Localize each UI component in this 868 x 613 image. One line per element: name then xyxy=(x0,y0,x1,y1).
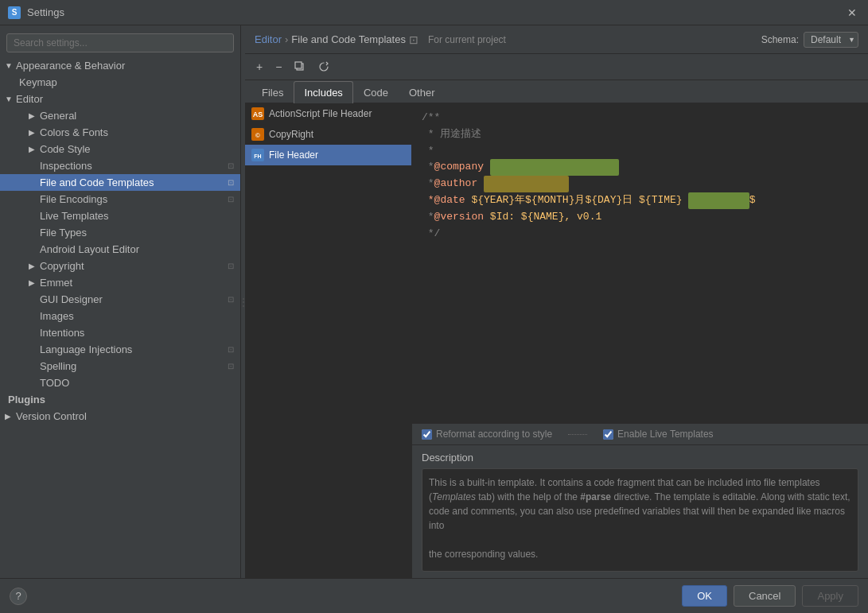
sidebar-item-file-encodings[interactable]: File Encodings ⊡ xyxy=(0,191,240,208)
bottom-right: OK Cancel Apply xyxy=(682,585,858,607)
tab-files[interactable]: Files xyxy=(251,81,294,103)
sidebar-item-language-injections[interactable]: Language Injections ⊡ xyxy=(0,341,240,358)
window-title: Settings xyxy=(27,6,844,18)
sidebar-item-live-templates[interactable]: Live Templates xyxy=(0,208,240,224)
cancel-button[interactable]: Cancel xyxy=(734,585,796,607)
enable-live-checkbox-label[interactable]: Enable Live Templates xyxy=(603,429,714,440)
reformat-checkbox-label[interactable]: Reformat according to style xyxy=(422,429,552,440)
code-line-company: * @company xyxy=(422,159,858,176)
schema-label: Schema: xyxy=(761,34,799,45)
sidebar-item-keymap[interactable]: Keymap xyxy=(0,74,240,91)
sidebar-splitter[interactable] xyxy=(241,25,245,578)
expand-arrow-colors xyxy=(29,128,37,137)
title-bar: S Settings ✕ xyxy=(0,0,868,25)
apply-button[interactable]: Apply xyxy=(802,585,858,607)
reset-template-button[interactable] xyxy=(313,58,334,76)
tab-code[interactable]: Code xyxy=(353,81,399,103)
reformat-checkbox[interactable] xyxy=(422,429,432,440)
sidebar-item-file-code-templates[interactable]: File and Code Templates ⊡ xyxy=(0,174,240,191)
code-line-3: * xyxy=(422,143,858,160)
inspections-badge: ⊡ xyxy=(228,161,234,170)
expand-arrow-appearance xyxy=(5,61,13,70)
code-line-1: /** xyxy=(422,110,858,126)
lang-inject-badge: ⊡ xyxy=(228,345,234,354)
for-project-icon: ⊡ xyxy=(409,33,418,46)
remove-template-button[interactable]: − xyxy=(271,57,286,76)
breadcrumb: Editor › File and Code Templates ⊡ For c… xyxy=(255,33,506,46)
expand-arrow-copyright xyxy=(29,262,37,270)
template-item-copyright[interactable]: © CopyRight xyxy=(245,124,411,145)
sidebar-item-spelling[interactable]: Spelling ⊡ xyxy=(0,358,240,374)
file-templates-badge: ⊡ xyxy=(228,178,234,187)
template-list: AS ActionScript File Header © CopyRight xyxy=(245,103,412,578)
help-button[interactable]: ? xyxy=(10,588,27,605)
sidebar-item-images[interactable]: Images xyxy=(0,308,240,324)
content-header: Editor › File and Code Templates ⊡ For c… xyxy=(245,25,868,54)
description-box: This is a built-in template. It contains… xyxy=(422,468,858,572)
sidebar-item-gui-designer[interactable]: GUI Designer ⊡ xyxy=(0,291,240,308)
schema-dropdown[interactable]: Default Project xyxy=(804,32,858,48)
enable-live-checkbox[interactable] xyxy=(603,429,613,440)
sidebar-item-version-control[interactable]: Version Control xyxy=(0,408,240,425)
code-line-date: * @date ${YEAR}年${MONTH}月${DAY}日 ${TIME}… xyxy=(422,192,858,209)
breadcrumb-editor[interactable]: Editor xyxy=(255,33,282,45)
close-button[interactable]: ✕ xyxy=(844,5,860,21)
svg-text:FH: FH xyxy=(254,153,261,159)
sidebar-item-emmet[interactable]: Emmet xyxy=(0,274,240,291)
bottom-left: ? xyxy=(10,588,27,605)
sidebar: Appearance & Behavior Keymap Editor Gene… xyxy=(0,25,241,578)
sidebar-item-colors-fonts[interactable]: Colors & Fonts xyxy=(0,124,240,141)
template-icon-copyright: © xyxy=(251,128,264,141)
spelling-badge: ⊡ xyxy=(228,362,234,371)
sidebar-item-copyright[interactable]: Copyright ⊡ xyxy=(0,258,240,274)
sidebar-item-editor[interactable]: Editor xyxy=(0,91,240,107)
file-encodings-badge: ⊡ xyxy=(228,195,234,204)
schema-area: Schema: Default Project xyxy=(761,32,858,48)
description-area: Description This is a built-in template.… xyxy=(412,444,868,578)
template-item-actionscript[interactable]: AS ActionScript File Header xyxy=(245,103,411,124)
code-line-author: * @author xyxy=(422,176,858,192)
expand-arrow-version-control xyxy=(5,412,13,421)
breadcrumb-separator: › xyxy=(285,33,288,45)
gui-badge: ⊡ xyxy=(228,295,234,304)
sidebar-item-todo[interactable]: TODO xyxy=(0,374,240,391)
template-toolbar: + − xyxy=(245,54,868,80)
sidebar-item-general[interactable]: General xyxy=(0,107,240,124)
options-separator xyxy=(568,434,587,435)
bottom-bar: ? OK Cancel Apply xyxy=(0,578,868,613)
ok-button[interactable]: OK xyxy=(682,585,727,607)
tab-includes[interactable]: Includes xyxy=(294,81,352,103)
breadcrumb-current: File and Code Templates xyxy=(291,33,406,45)
code-editor[interactable]: /** * 用途描述 * * @company xyxy=(412,103,868,423)
app-icon: S xyxy=(8,6,21,19)
tab-other[interactable]: Other xyxy=(399,81,446,103)
sidebar-item-android-layout[interactable]: Android Layout Editor xyxy=(0,241,240,258)
svg-rect-1 xyxy=(295,62,302,68)
svg-text:©: © xyxy=(255,132,260,139)
add-template-button[interactable]: + xyxy=(251,57,267,76)
template-body: AS ActionScript File Header © CopyRight xyxy=(245,103,868,578)
editor-area: /** * 用途描述 * * @company xyxy=(412,103,868,578)
copy-template-button[interactable] xyxy=(290,58,310,76)
sidebar-item-code-style[interactable]: Code Style xyxy=(0,141,240,157)
tabs-bar: Files Includes Code Other xyxy=(245,80,868,103)
sidebar-item-plugins[interactable]: Plugins xyxy=(0,391,240,408)
copyright-badge: ⊡ xyxy=(228,262,234,270)
sidebar-item-inspections[interactable]: Inspections ⊡ xyxy=(0,157,240,174)
content-area: Editor › File and Code Templates ⊡ For c… xyxy=(245,25,868,578)
template-icon-file-header: FH xyxy=(251,149,264,161)
search-input[interactable] xyxy=(6,33,234,52)
code-line-version: * @version $Id: ${NAME}, v0.1 xyxy=(422,209,858,226)
sidebar-item-intentions[interactable]: Intentions xyxy=(0,324,240,341)
expand-arrow-emmet xyxy=(29,278,37,287)
code-line-close: */ xyxy=(422,226,858,242)
main-container: Appearance & Behavior Keymap Editor Gene… xyxy=(0,25,868,578)
template-icon-actionscript: AS xyxy=(251,107,264,120)
expand-arrow-general xyxy=(29,111,37,120)
sidebar-item-appearance[interactable]: Appearance & Behavior xyxy=(0,57,240,74)
svg-text:AS: AS xyxy=(253,111,263,118)
options-bar: Reformat according to style Enable Live … xyxy=(412,423,868,444)
expand-arrow-code-style xyxy=(29,145,37,153)
sidebar-item-file-types[interactable]: File Types xyxy=(0,224,240,241)
template-item-file-header[interactable]: FH File Header xyxy=(245,145,411,165)
